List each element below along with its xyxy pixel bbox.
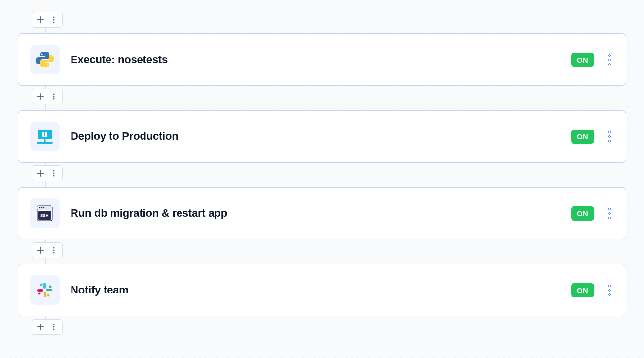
status-badge[interactable]: ON xyxy=(571,53,594,67)
step-menu-button[interactable] xyxy=(605,131,614,142)
svg-rect-25 xyxy=(46,289,52,291)
status-badge[interactable]: ON xyxy=(571,130,594,144)
svg-point-2 xyxy=(53,21,54,23)
add-step-pill xyxy=(32,242,63,258)
pipeline-step[interactable]: Notify team ON xyxy=(18,264,626,316)
step-menu-button[interactable] xyxy=(605,54,614,65)
svg-point-11 xyxy=(53,170,54,171)
svg-point-18 xyxy=(43,207,45,209)
plus-icon xyxy=(37,247,44,254)
ssh-icon: SSH xyxy=(35,203,55,224)
divider xyxy=(47,93,47,100)
add-step-pill xyxy=(32,89,63,104)
add-step-button[interactable] xyxy=(35,14,46,25)
kebab-dot-icon xyxy=(608,217,611,219)
plus-icon xyxy=(37,324,44,330)
svg-point-33 xyxy=(53,326,54,327)
status-badge[interactable]: ON xyxy=(571,283,594,297)
add-step-more-button[interactable] xyxy=(48,322,59,332)
step-menu-button[interactable] xyxy=(605,285,614,296)
svg-rect-24 xyxy=(43,283,46,289)
add-step-button[interactable] xyxy=(35,322,46,332)
add-step-pill xyxy=(32,165,63,181)
svg-text:SSH: SSH xyxy=(40,213,49,218)
add-step-button[interactable] xyxy=(35,168,46,179)
svg-rect-27 xyxy=(37,289,43,292)
add-step-more-button[interactable] xyxy=(48,91,59,102)
add-step-more-button[interactable] xyxy=(48,245,59,256)
svg-point-5 xyxy=(53,93,54,95)
plus-icon xyxy=(37,93,44,100)
step-icon-wrap: SSH xyxy=(30,198,60,228)
step-icon-wrap xyxy=(30,275,60,305)
add-step-row xyxy=(32,89,626,104)
kebab-dot-icon xyxy=(608,59,611,61)
step-title: Deploy to Production xyxy=(71,130,571,143)
add-step-more-button[interactable] xyxy=(48,14,59,25)
pipeline-step[interactable]: Deploy to Production ON xyxy=(18,110,626,163)
add-step-pill xyxy=(32,319,63,335)
kebab-dot-icon xyxy=(608,135,611,138)
status-badge[interactable]: ON xyxy=(571,206,594,221)
svg-point-23 xyxy=(53,252,54,253)
svg-rect-26 xyxy=(44,292,46,297)
step-menu-button[interactable] xyxy=(605,208,614,219)
svg-point-17 xyxy=(41,207,43,209)
kebab-dot-icon xyxy=(608,208,611,210)
svg-point-0 xyxy=(53,16,54,18)
dots-vertical-icon xyxy=(53,93,55,100)
plus-icon xyxy=(37,170,44,177)
add-step-row xyxy=(32,319,626,335)
dots-vertical-icon xyxy=(53,16,55,23)
slack-icon xyxy=(35,280,55,300)
add-step-more-button[interactable] xyxy=(48,168,59,179)
svg-point-34 xyxy=(53,328,54,330)
kebab-dot-icon xyxy=(608,140,611,142)
svg-point-7 xyxy=(53,98,54,99)
kebab-dot-icon xyxy=(608,131,611,133)
divider xyxy=(47,246,47,254)
pipeline-step[interactable]: Execute: nosetests ON xyxy=(18,33,626,86)
svg-point-28 xyxy=(40,284,43,286)
svg-point-1 xyxy=(53,19,54,20)
svg-point-6 xyxy=(53,96,54,97)
divider xyxy=(47,16,47,24)
pipeline-canvas: Execute: nosetests ON xyxy=(0,0,644,345)
deploy-icon xyxy=(34,126,56,147)
svg-point-22 xyxy=(53,249,54,251)
add-step-row xyxy=(32,12,626,28)
kebab-dot-icon xyxy=(608,285,611,287)
plus-icon xyxy=(37,16,44,23)
add-step-row xyxy=(32,165,626,181)
svg-rect-10 xyxy=(37,142,53,144)
svg-point-30 xyxy=(47,294,50,297)
step-title: Run db migration & restart app xyxy=(71,207,571,220)
dots-vertical-icon xyxy=(53,170,55,177)
divider xyxy=(47,323,47,331)
svg-point-31 xyxy=(38,293,41,295)
svg-point-3 xyxy=(41,53,42,55)
kebab-dot-icon xyxy=(608,293,611,296)
svg-point-29 xyxy=(49,286,52,288)
svg-point-16 xyxy=(39,207,41,209)
python-icon xyxy=(35,50,55,69)
add-step-pill xyxy=(32,12,63,28)
svg-point-4 xyxy=(47,64,48,65)
svg-point-12 xyxy=(53,172,54,174)
kebab-dot-icon xyxy=(608,212,611,215)
add-step-row xyxy=(32,242,626,258)
pipeline-step[interactable]: SSH Run db migration & restart app ON xyxy=(18,187,626,239)
add-step-button[interactable] xyxy=(35,91,46,102)
step-icon-wrap xyxy=(30,122,60,151)
dots-vertical-icon xyxy=(53,324,55,330)
svg-point-13 xyxy=(53,175,54,176)
divider xyxy=(47,169,47,177)
kebab-dot-icon xyxy=(608,289,611,292)
dots-vertical-icon xyxy=(53,247,55,254)
svg-point-21 xyxy=(53,247,54,248)
step-icon-wrap xyxy=(30,45,60,74)
svg-point-32 xyxy=(53,324,54,325)
kebab-dot-icon xyxy=(608,63,611,65)
add-step-button[interactable] xyxy=(35,245,46,256)
step-title: Notify team xyxy=(71,284,571,296)
